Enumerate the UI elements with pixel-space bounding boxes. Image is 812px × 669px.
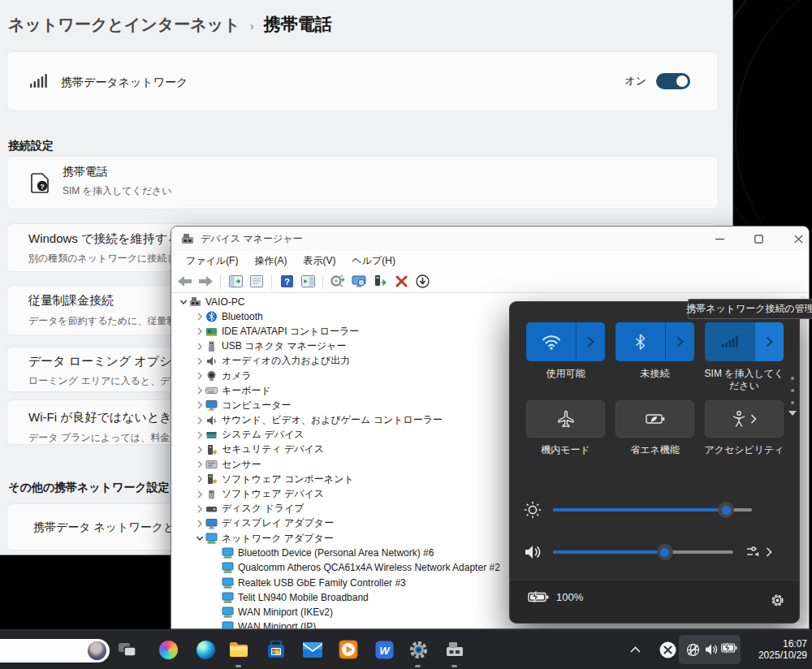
kbd-device-icon: [205, 385, 218, 396]
edge-button[interactable]: [195, 639, 216, 660]
forward-icon[interactable]: [197, 274, 214, 290]
expand-chevron-icon[interactable]: [194, 311, 205, 322]
wifi-tile-group: 使用可能: [526, 322, 605, 380]
onedrive-paused-icon[interactable]: [659, 641, 676, 658]
expand-chevron-icon[interactable]: [194, 444, 205, 455]
microsoft-store-button[interactable]: [266, 639, 287, 660]
minimize-button[interactable]: [702, 227, 737, 251]
expand-tiles-chevron-icon[interactable]: [788, 411, 797, 417]
close-button[interactable]: [780, 227, 812, 251]
page-dot: [791, 389, 794, 392]
menu-help[interactable]: ヘルプ(H): [343, 252, 404, 270]
file-explorer-button[interactable]: [228, 639, 249, 660]
tree-item-label: サウンド、ビデオ、およびゲーム コントローラー: [222, 413, 443, 427]
bluetooth-toggle-button[interactable]: [615, 322, 665, 361]
disable-device-icon[interactable]: [414, 274, 430, 290]
wifi-expand-chevron[interactable]: [576, 322, 605, 361]
expand-chevron-icon[interactable]: [194, 473, 205, 485]
uninstall-device-icon[interactable]: [393, 274, 409, 290]
action-pane-icon[interactable]: [300, 274, 316, 290]
volume-slider[interactable]: [553, 550, 733, 554]
taskbar-clock[interactable]: 16:07 2025/10/29: [758, 638, 807, 661]
breadcrumb-separator: ›: [250, 17, 254, 32]
sim-card-icon: ?: [31, 172, 50, 193]
accessibility-button[interactable]: [705, 400, 784, 438]
menu-action[interactable]: 操作(A): [246, 252, 295, 270]
settings-app-button[interactable]: [408, 639, 429, 660]
device-manager-menubar: ファイル(F) 操作(A) 表示(V) ヘルプ(H): [171, 251, 809, 270]
cellular-expand-chevron[interactable]: [754, 322, 784, 361]
back-icon[interactable]: [176, 274, 192, 290]
menu-file[interactable]: ファイル(F): [178, 252, 246, 270]
taskbar-search-box[interactable]: [0, 639, 110, 663]
spk-device-icon: [205, 356, 218, 367]
volume-thumb[interactable]: [657, 544, 673, 560]
show-console-tree-icon[interactable]: [227, 274, 244, 290]
media-player-button[interactable]: [338, 639, 359, 660]
search-highlight-image[interactable]: [88, 641, 106, 660]
net-device-icon: [222, 592, 234, 603]
cellular-toggle-button[interactable]: [705, 322, 754, 361]
tree-spacer: [210, 592, 222, 603]
expand-chevron-icon[interactable]: [194, 429, 205, 441]
expand-chevron-icon[interactable]: [194, 415, 205, 426]
cellular-tile-group: SIM を挿入してください: [705, 322, 784, 392]
cellular-data-toggle[interactable]: [656, 73, 690, 89]
section-header-connection: 接続設定: [8, 139, 54, 153]
brightness-thumb[interactable]: [718, 502, 734, 518]
tree-item-label: Bluetooth Device (Personal Area Network)…: [238, 547, 434, 559]
expand-chevron-icon[interactable]: [194, 356, 205, 367]
collapse-chevron-icon[interactable]: [194, 533, 205, 544]
expand-chevron-icon[interactable]: [194, 518, 205, 529]
spk-device-icon: [205, 415, 218, 426]
scan-hardware-icon[interactable]: [330, 274, 346, 290]
breadcrumb-parent[interactable]: ネットワークとインターネット: [8, 14, 240, 36]
wifi-toggle-button[interactable]: [526, 322, 576, 361]
expand-chevron-icon[interactable]: [194, 399, 205, 411]
panel-device-icon: [205, 459, 218, 470]
mon-device-icon: [205, 518, 218, 529]
svg-text:?: ?: [284, 277, 290, 287]
remote-desktop-icon[interactable]: [351, 274, 367, 290]
net-device-icon: [222, 621, 234, 628]
expand-chevron-icon[interactable]: [194, 370, 205, 382]
expand-chevron-icon[interactable]: [194, 385, 205, 396]
expand-chevron-icon[interactable]: [194, 489, 205, 500]
expand-chevron-icon[interactable]: [194, 503, 205, 515]
copilot-button[interactable]: [158, 639, 179, 660]
expand-chevron-icon[interactable]: [194, 326, 205, 337]
wps-office-button[interactable]: W: [374, 639, 395, 660]
menu-view[interactable]: 表示(V): [295, 252, 343, 270]
cellular-data-label: 携帯データネットワーク: [61, 76, 188, 90]
quick-settings-gear-icon[interactable]: [770, 593, 785, 608]
device-manager-taskbar-button[interactable]: [444, 639, 465, 660]
battery-status[interactable]: 100%: [528, 591, 583, 603]
battery-saver-button[interactable]: [615, 400, 694, 438]
net-device-icon: [205, 533, 218, 544]
audio-output-selector[interactable]: [746, 544, 772, 560]
task-view-button[interactable]: [117, 639, 138, 660]
help-icon[interactable]: ?: [279, 274, 295, 290]
airplane-mode-button[interactable]: [526, 400, 605, 438]
maximize-button[interactable]: [741, 227, 776, 251]
accessibility-tile-group: アクセシビリティ: [705, 400, 784, 456]
pc-device-icon: [189, 296, 201, 308]
tree-item-label: ディスプレイ アダプター: [222, 516, 334, 530]
mail-button[interactable]: [302, 639, 323, 660]
tray-no-internet-globe-icon: [686, 643, 700, 657]
tree-spacer: [210, 562, 222, 573]
update-driver-icon[interactable]: [372, 274, 388, 290]
sim-status-card[interactable]: ? 携帯電話 SIM を挿入してください: [6, 156, 719, 209]
tray-chevron-up-icon[interactable]: [630, 646, 641, 653]
collapse-chevron-icon[interactable]: [178, 296, 189, 308]
battery-saver-tile-group: 省エネ機能: [615, 400, 694, 456]
device-manager-titlebar[interactable]: デバイス マネージャー: [171, 227, 809, 251]
properties-icon[interactable]: [248, 274, 265, 290]
bluetooth-expand-chevron[interactable]: [665, 322, 694, 361]
expand-chevron-icon[interactable]: [194, 341, 205, 352]
tree-item-label: Realtek USB GbE Family Controller #3: [238, 577, 406, 589]
expand-chevron-icon[interactable]: [194, 459, 205, 470]
brightness-slider[interactable]: [553, 508, 752, 511]
tree-item-label: ソフトウェア コンポーネント: [222, 473, 354, 486]
net-device-icon: [222, 547, 234, 559]
